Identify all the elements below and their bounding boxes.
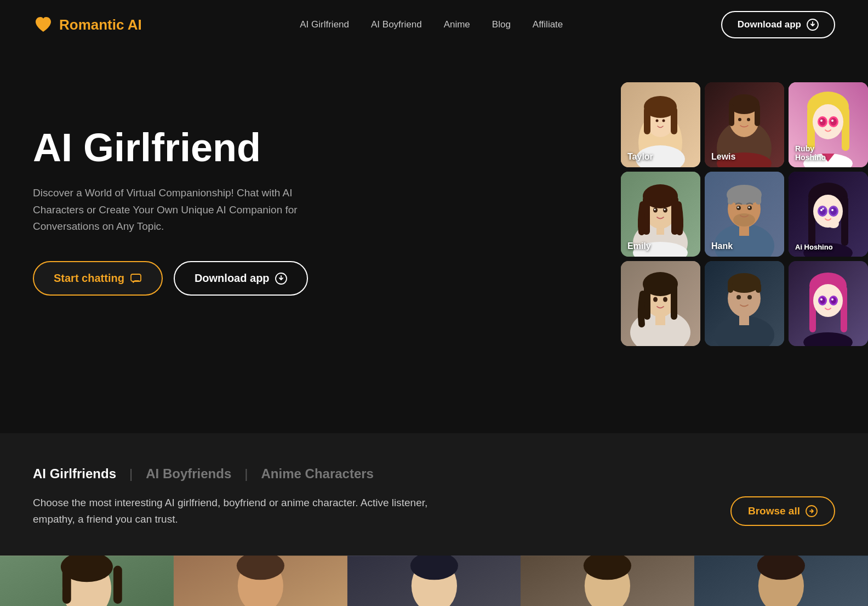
hero-content: AI Girlfriend Discover a World of Virtua…: [33, 82, 406, 296]
start-chatting-button[interactable]: Start chatting: [33, 261, 163, 296]
svg-point-56: [749, 207, 750, 208]
browse-row: Choose the most interesting AI girlfrien…: [33, 495, 835, 528]
preview1-visual: [0, 556, 174, 606]
extra2-visual: [705, 261, 784, 346]
tab-divider-2: |: [244, 466, 248, 482]
svg-rect-51: [756, 194, 761, 205]
nav-anime[interactable]: Anime: [444, 19, 470, 30]
character-name-lewis: Lewis: [711, 152, 735, 162]
nav-blog[interactable]: Blog: [492, 19, 511, 30]
tab-divider-1: |: [129, 466, 133, 482]
character-name-taylor: Taylor: [627, 152, 653, 162]
nav-affiliate[interactable]: Affiliate: [533, 19, 563, 30]
character-grid: Taylor: [621, 82, 868, 346]
hero-title: AI Girlfriend: [33, 126, 406, 169]
logo[interactable]: Romantic AI: [33, 14, 142, 35]
character-card-ruby[interactable]: RubyHoshino: [789, 82, 868, 167]
svg-point-19: [747, 118, 750, 121]
character-card-emily[interactable]: Emily: [621, 172, 700, 257]
svg-rect-24: [842, 107, 849, 151]
svg-point-87: [736, 295, 741, 299]
chat-icon: [130, 273, 142, 285]
svg-point-95: [820, 297, 825, 304]
extra1-visual: [621, 261, 700, 346]
extra3-visual: [789, 261, 868, 346]
preview4-visual: [521, 556, 694, 606]
character-card-taylor[interactable]: Taylor: [621, 82, 700, 167]
tab-ai-boyfriends[interactable]: AI Boyfriends: [146, 466, 231, 482]
svg-point-43: [664, 209, 666, 211]
character-card-ai-hoshino[interactable]: Ai Hoshino Ai Hoshino: [789, 172, 868, 257]
browse-description: Choose the most interesting AI girlfrien…: [33, 495, 460, 528]
main-nav: AI Girlfriend AI Boyfriend Anime Blog Af…: [300, 19, 563, 30]
character-name-ruby: RubyHoshino: [795, 144, 826, 162]
character-name-emily: Emily: [627, 241, 651, 251]
download-app-button-hero[interactable]: Download app: [174, 261, 308, 296]
svg-rect-77: [671, 284, 677, 320]
svg-rect-91: [809, 286, 816, 332]
preview-card-3[interactable]: [347, 556, 521, 606]
svg-rect-60: [841, 196, 848, 246]
hero-description: Discover a World of Virtual Companionshi…: [33, 185, 340, 235]
header: Romantic AI AI Girlfriend AI Boyfriend A…: [0, 0, 868, 49]
svg-point-88: [747, 295, 752, 299]
character-card-lewis[interactable]: Lewis: [705, 82, 784, 167]
svg-point-69: [828, 219, 839, 228]
svg-point-28: [820, 120, 823, 122]
svg-rect-1: [131, 274, 141, 281]
character-name-ai-hoshino-label: Ai Hoshino: [795, 243, 833, 251]
tab-anime-characters[interactable]: Anime Characters: [261, 466, 374, 482]
character-card-extra3[interactable]: [789, 261, 868, 346]
download-icon-hero: [275, 273, 287, 285]
svg-rect-7: [644, 107, 650, 134]
svg-point-55: [738, 207, 739, 208]
svg-point-68: [831, 209, 833, 211]
preview3-visual: [347, 556, 521, 606]
hero-buttons: Start chatting Download app: [33, 261, 406, 296]
svg-point-99: [831, 298, 833, 301]
svg-rect-17: [755, 104, 760, 126]
svg-point-30: [830, 118, 837, 126]
preview-card-4[interactable]: [521, 556, 694, 606]
character-name-hank: Hank: [711, 241, 733, 251]
svg-rect-86: [756, 283, 761, 293]
svg-point-10: [656, 120, 659, 122]
svg-point-27: [819, 118, 826, 126]
tab-ai-girlfriends[interactable]: AI Girlfriends: [33, 466, 116, 482]
nav-ai-girlfriend[interactable]: AI Girlfriend: [300, 19, 349, 30]
character-card-extra1[interactable]: [621, 261, 700, 346]
preview-card-1[interactable]: [0, 556, 174, 606]
download-app-button-header[interactable]: Download app: [721, 11, 835, 38]
browse-all-button[interactable]: Browse all: [730, 496, 835, 526]
svg-point-67: [830, 207, 837, 215]
nav-ai-boyfriend[interactable]: AI Boyfriend: [371, 19, 422, 30]
preview5-visual: [694, 556, 868, 606]
preview-strip: [0, 556, 868, 606]
svg-point-96: [820, 298, 823, 301]
preview2-visual: [174, 556, 347, 606]
circle-arrow-icon: [806, 505, 818, 517]
logo-text: Romantic AI: [59, 16, 142, 33]
svg-rect-50: [728, 194, 733, 205]
browse-tabs: AI Girlfriends | AI Boyfriends | Anime C…: [33, 466, 835, 482]
svg-point-31: [831, 120, 833, 122]
svg-rect-85: [728, 283, 733, 293]
character-card-extra2[interactable]: [705, 261, 784, 346]
hero-section: AI Girlfriend Discover a World of Virtua…: [0, 49, 868, 433]
download-icon: [807, 19, 819, 31]
character-card-hank[interactable]: Hank: [705, 172, 784, 257]
svg-point-42: [654, 209, 656, 211]
heart-icon: [33, 14, 54, 35]
svg-point-98: [831, 297, 836, 304]
svg-point-25: [813, 104, 843, 139]
svg-rect-92: [841, 286, 847, 332]
preview-card-2[interactable]: [174, 556, 347, 606]
svg-rect-16: [729, 104, 734, 126]
svg-point-11: [663, 120, 665, 122]
svg-point-93: [813, 284, 843, 317]
browse-section: AI Girlfriends | AI Boyfriends | Anime C…: [0, 433, 868, 556]
svg-rect-59: [808, 196, 815, 246]
svg-point-52: [733, 213, 755, 226]
svg-rect-107: [113, 565, 122, 603]
preview-card-5[interactable]: [694, 556, 868, 606]
